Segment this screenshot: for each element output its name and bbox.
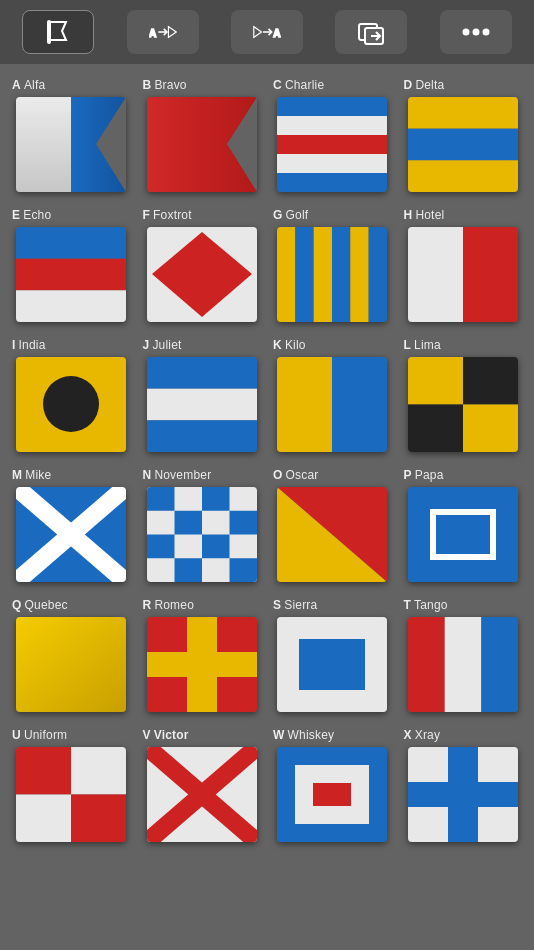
svg-point-8 — [463, 30, 468, 35]
flag-cell-hotel[interactable]: HHotel — [398, 202, 529, 332]
flag-cell-oscar[interactable]: OOscar — [267, 462, 398, 592]
flag-cell-tango[interactable]: TTango — [398, 592, 529, 722]
flag-cell-juliet[interactable]: JJuliet — [137, 332, 268, 462]
svg-rect-30 — [296, 227, 314, 322]
svg-rect-22 — [408, 129, 518, 161]
svg-rect-86 — [448, 747, 478, 842]
svg-text:A: A — [149, 28, 157, 39]
flag-cell-november[interactable]: NNovember — [137, 462, 268, 592]
flag-cell-golf[interactable]: GGolf — [267, 202, 398, 332]
more-button[interactable] — [440, 10, 512, 54]
svg-rect-33 — [351, 227, 369, 322]
svg-rect-74 — [16, 747, 71, 795]
flag-cell-alfa[interactable]: AAlfa — [6, 72, 137, 202]
svg-rect-58 — [174, 558, 202, 582]
svg-rect-36 — [463, 227, 518, 322]
svg-rect-54 — [174, 511, 202, 535]
flag-cell-india[interactable]: IIndia — [6, 332, 137, 462]
flag-foxtrot — [147, 227, 257, 322]
flag-xray — [408, 747, 518, 842]
a-to-b-button[interactable]: A — [127, 10, 199, 54]
flag-cell-papa[interactable]: PPapa — [398, 462, 529, 592]
flag-mike — [16, 487, 126, 582]
a-to-b-icon: A — [149, 18, 177, 46]
svg-point-38 — [43, 376, 99, 432]
flag-cell-charlie[interactable]: CCharlie — [267, 72, 398, 202]
flag-juliet — [147, 357, 257, 452]
flag-cell-echo[interactable]: EEcho — [6, 202, 137, 332]
flag-november — [147, 487, 257, 582]
flag-echo — [16, 227, 126, 322]
flag-uniform — [16, 747, 126, 842]
flag-hotel — [408, 227, 518, 322]
flag-kilo — [277, 357, 387, 452]
toolbar: A A — [0, 0, 534, 64]
svg-rect-45 — [463, 357, 518, 405]
flag-sierra — [277, 617, 387, 712]
flag-cell-lima[interactable]: LLima — [398, 332, 529, 462]
svg-rect-56 — [147, 535, 175, 559]
svg-rect-39 — [147, 357, 257, 389]
svg-rect-43 — [332, 357, 387, 452]
flag-icon — [44, 18, 72, 46]
svg-rect-76 — [16, 795, 71, 843]
flag-alfa — [16, 97, 126, 192]
b-to-a-button[interactable]: A — [231, 10, 303, 54]
svg-rect-16 — [277, 97, 387, 116]
flag-cell-romeo[interactable]: RRomeo — [137, 592, 268, 722]
svg-rect-52 — [147, 487, 175, 511]
flag-cell-delta[interactable]: DDelta — [398, 72, 529, 202]
flag-cell-uniform[interactable]: UUniform — [6, 722, 137, 852]
svg-rect-73 — [481, 617, 518, 712]
flags-grid: AAlfa — [0, 64, 534, 860]
flag-cell-quebec[interactable]: QQuebec — [6, 592, 137, 722]
forward-button[interactable] — [335, 10, 407, 54]
svg-marker-13 — [16, 97, 71, 192]
svg-rect-46 — [408, 405, 463, 453]
flag-lima — [408, 357, 518, 452]
svg-rect-32 — [332, 227, 350, 322]
svg-rect-21 — [408, 97, 518, 129]
flag-papa — [408, 487, 518, 582]
svg-point-10 — [483, 30, 488, 35]
flag-oscar — [277, 487, 387, 582]
flag-bravo — [147, 97, 257, 192]
svg-rect-29 — [277, 227, 295, 322]
svg-rect-25 — [16, 259, 126, 291]
svg-rect-18 — [277, 135, 387, 154]
flag-whiskey — [277, 747, 387, 842]
flag-tango — [408, 617, 518, 712]
flag-romeo — [147, 617, 257, 712]
svg-rect-83 — [313, 783, 351, 806]
flag-cell-bravo[interactable]: BBravo — [137, 72, 268, 202]
svg-rect-31 — [314, 227, 332, 322]
flag-cell-kilo[interactable]: KKilo — [267, 332, 398, 462]
flag-cell-whiskey[interactable]: WWhiskey — [267, 722, 398, 852]
svg-rect-19 — [277, 154, 387, 173]
svg-rect-75 — [71, 747, 126, 795]
svg-marker-12 — [71, 97, 126, 192]
flag-victor — [147, 747, 257, 842]
flag-cell-foxtrot[interactable]: FFoxtrot — [137, 202, 268, 332]
flag-delta — [408, 97, 518, 192]
svg-rect-42 — [277, 357, 332, 452]
flag-cell-xray[interactable]: XXray — [398, 722, 529, 852]
svg-rect-77 — [71, 795, 126, 843]
victor-label: VVictor — [141, 728, 192, 742]
svg-rect-17 — [277, 116, 387, 135]
svg-rect-53 — [202, 487, 230, 511]
flag-cell-mike[interactable]: MMike — [6, 462, 137, 592]
b-to-a-icon: A — [253, 18, 281, 46]
flag-view-button[interactable] — [22, 10, 94, 54]
flag-charlie — [277, 97, 387, 192]
svg-rect-44 — [408, 357, 463, 405]
svg-rect-70 — [299, 639, 365, 690]
flag-cell-victor[interactable]: VVictor — [137, 722, 268, 852]
flag-quebec — [16, 617, 126, 712]
flag-cell-sierra[interactable]: SSierra — [267, 592, 398, 722]
flag-india — [16, 357, 126, 452]
svg-rect-71 — [408, 617, 445, 712]
svg-rect-26 — [16, 290, 126, 322]
svg-rect-65 — [16, 617, 126, 712]
svg-rect-68 — [187, 617, 217, 712]
